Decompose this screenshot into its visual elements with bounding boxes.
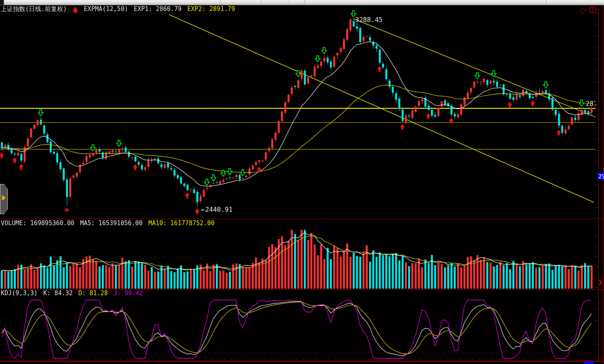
main-chart-header: 上证指数(日线.前复权)EXPMA(12,50)EXP1: 2860.79EXP… [1,5,241,13]
volume-value: VOLUME: 169895360.00 [1,219,75,227]
exp1-value: EXP1: 2860.79 [134,5,181,13]
volume-ma10: MA10: 161778752.00 [148,219,215,227]
volume-pane-close-button[interactable]: X [598,280,604,286]
buy-signal-icon [72,7,78,11]
volume-header: VOLUME: 169895360.00MA5: 165391056.00MA1… [1,219,220,227]
horizontal-scrollbar-thumb[interactable] [584,362,594,364]
kdj-j: J: 90.42 [114,289,143,297]
kdj-header: KDJ(9,3,3)K: 84.32D: 81.28J: 90.42 [1,289,149,297]
axis-price-tag: 29 [597,173,604,180]
left-panel-expander-button[interactable] [0,184,8,214]
toolbar-notch [0,0,4,5]
chart-canvas[interactable] [0,0,604,364]
expand-right-icon [2,195,6,201]
symbol-title: 上证指数(日线.前复权) [1,5,67,13]
kdj-k: K: 84.32 [43,289,72,297]
window-split-icon[interactable] [590,7,596,13]
kdj-name: KDJ(9,3,3) [1,289,37,297]
diamond-icon[interactable]: ◇ [580,6,586,14]
kdj-d: D: 81.28 [79,289,108,297]
exp2-value: EXP2: 2891.79 [187,5,235,13]
volume-ma5: MA5: 165391056.00 [80,219,143,227]
indicator-name: EXPMA(12,50) [84,5,128,13]
toolbar-strip [0,0,604,5]
stock-chart-window: 上证指数(日线.前复权)EXPMA(12,50)EXP1: 2860.79EXP… [0,0,604,364]
